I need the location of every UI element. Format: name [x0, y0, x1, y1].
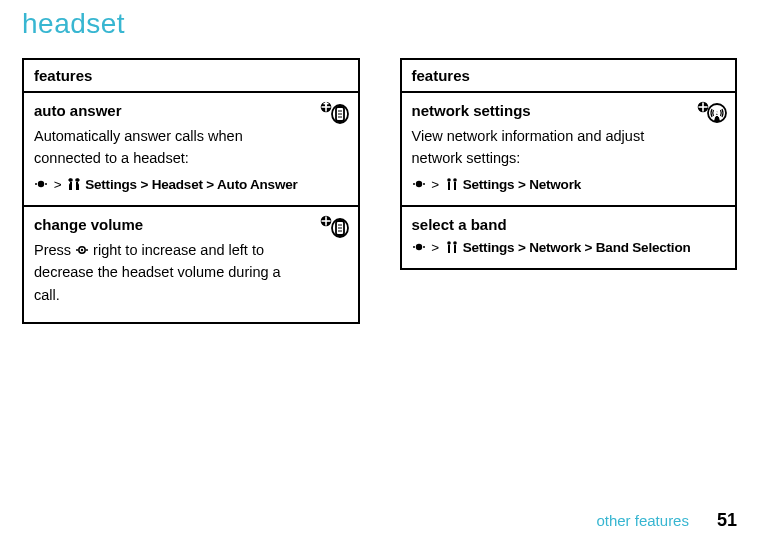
page-title: headset [0, 0, 759, 40]
row-title: network settings [412, 102, 726, 119]
right-table: features A [400, 58, 738, 270]
svg-point-42 [415, 244, 421, 250]
headset-plus-icon [320, 101, 350, 125]
svg-point-35 [415, 181, 421, 187]
svg-point-12 [45, 183, 47, 185]
svg-point-44 [447, 241, 451, 245]
right-column: features A [400, 58, 738, 324]
svg-point-27 [81, 249, 83, 251]
svg-point-10 [35, 183, 37, 185]
page-number: 51 [717, 510, 737, 531]
nav-path: > Settings > Headset > Auto Answer [34, 176, 348, 195]
svg-rect-47 [454, 245, 456, 253]
table-row: select a band > Settings > Network > Ban… [402, 207, 736, 268]
center-key-icon [412, 242, 426, 252]
svg-text:A: A [714, 110, 720, 119]
svg-point-43 [423, 246, 425, 248]
headset-plus-icon [320, 215, 350, 239]
svg-rect-15 [70, 182, 72, 190]
svg-rect-39 [448, 182, 450, 190]
nav-rest: > Headset > Auto Answer [137, 177, 298, 192]
svg-point-11 [38, 181, 44, 187]
body-pre: Press [34, 242, 75, 258]
svg-rect-31 [702, 103, 704, 112]
tools-icon [67, 177, 81, 191]
tools-icon [445, 240, 459, 254]
svg-point-41 [413, 246, 415, 248]
nav-settings: Settings [463, 240, 515, 255]
svg-point-34 [413, 183, 415, 185]
row-body: View network information and adjust netw… [412, 125, 687, 170]
row-title: select a band [412, 216, 726, 233]
svg-rect-40 [454, 182, 456, 190]
table-row: auto answer Automatically answer calls w… [24, 93, 358, 207]
row-title: auto answer [34, 102, 348, 119]
table-row: A network settings View network informat… [402, 93, 736, 207]
left-table-header: features [24, 60, 358, 93]
nav-rest: > Network [514, 177, 581, 192]
nav-path: > Settings > Network [412, 176, 726, 195]
footer-section: other features [596, 512, 689, 529]
right-table-header: features [402, 60, 736, 93]
row-body: Automatically answer calls when connecte… [34, 125, 309, 170]
svg-point-14 [76, 179, 80, 183]
svg-point-45 [453, 241, 457, 245]
svg-point-25 [76, 249, 78, 251]
svg-rect-4 [325, 103, 327, 112]
svg-point-28 [86, 249, 88, 251]
nav-settings: Settings [85, 177, 137, 192]
nav-settings: Settings [463, 177, 515, 192]
row-title: change volume [34, 216, 348, 233]
center-key-icon [34, 179, 48, 189]
footer: other features 51 [596, 510, 737, 531]
nav-key-icon [75, 245, 89, 255]
svg-rect-16 [76, 182, 78, 190]
content-columns: features [0, 40, 759, 324]
nav-path: > Settings > Network > Band Selection [412, 239, 726, 258]
antenna-plus-icon: A [697, 101, 727, 125]
left-column: features [22, 58, 360, 324]
row-body: Press right to increase and left to decr… [34, 239, 309, 306]
svg-point-36 [423, 183, 425, 185]
svg-point-13 [70, 179, 74, 183]
left-table: features [22, 58, 360, 324]
svg-rect-46 [448, 245, 450, 253]
table-row: change volume Press right to increase an… [24, 207, 358, 322]
tools-icon [445, 177, 459, 191]
svg-point-37 [447, 179, 451, 183]
center-key-icon [412, 179, 426, 189]
svg-point-38 [453, 179, 457, 183]
svg-rect-19 [325, 216, 327, 225]
nav-rest: > Network > Band Selection [514, 240, 690, 255]
